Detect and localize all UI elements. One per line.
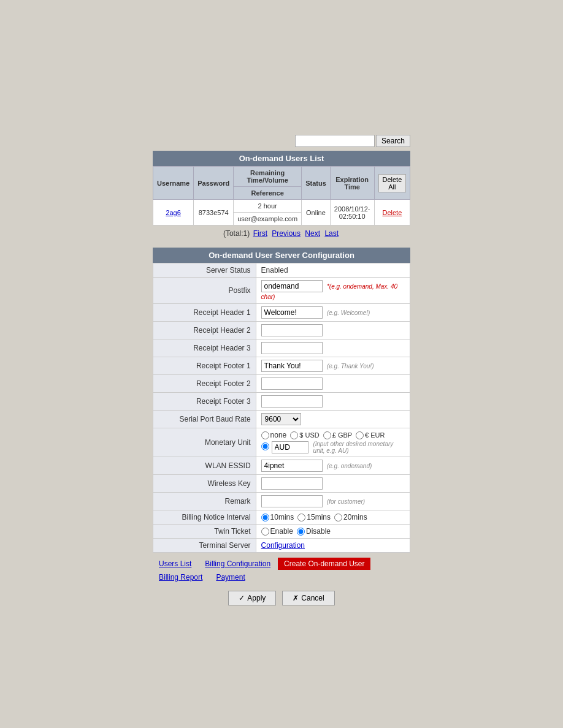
label-receipt-footer-3: Receipt Footer 3 [153, 393, 256, 411]
value-receipt-header-1: (e.g. Welcome!) [256, 304, 410, 322]
tab-users-list[interactable]: Users List [153, 558, 197, 570]
terminal-server-link[interactable]: Configuration [261, 541, 305, 550]
monetary-gbp-text: £ GBP [332, 431, 352, 439]
monetary-none-label[interactable]: none [261, 431, 287, 439]
tab-billing-config[interactable]: Billing Configuration [199, 558, 277, 570]
row-receipt-footer-3: Receipt Footer 3 [153, 393, 410, 411]
col-username: Username [153, 167, 194, 200]
monetary-aud-row: (input other desired monetary unit, e.g.… [261, 441, 405, 454]
remark-hint: (for customer) [327, 498, 365, 505]
monetary-aud-input[interactable] [272, 441, 308, 453]
monetary-usd-radio[interactable] [290, 431, 298, 439]
value-terminal-server: Configuration [256, 539, 410, 553]
remark-input[interactable] [261, 495, 323, 507]
row-terminal-server: Terminal Server Configuration [153, 539, 410, 553]
tab-billing-report[interactable]: Billing Report [153, 571, 209, 583]
receipt-footer-2-input[interactable] [261, 377, 323, 390]
cell-reference: user@example.com [234, 213, 302, 226]
value-monetary-unit: none $ USD £ GBP [256, 428, 410, 457]
monetary-gbp-label[interactable]: £ GBP [323, 431, 352, 439]
monetary-eur-radio[interactable] [356, 431, 364, 439]
monetary-gbp-radio[interactable] [323, 431, 331, 439]
value-receipt-footer-3 [256, 393, 410, 411]
label-monetary-unit: Monetary Unit [153, 428, 256, 457]
pagination-last[interactable]: Last [324, 229, 339, 238]
search-bar: Search [153, 135, 410, 147]
label-receipt-footer-2: Receipt Footer 2 [153, 375, 256, 393]
row-receipt-header-2: Receipt Header 2 [153, 322, 410, 339]
monetary-aud-radio[interactable] [261, 442, 269, 450]
receipt-header-1-input[interactable] [261, 306, 323, 319]
nav-tabs: Users List Billing Configuration Create … [153, 558, 410, 583]
billing-20min-label[interactable]: 20mins [334, 513, 367, 521]
receipt-header-2-input[interactable] [261, 324, 323, 336]
billing-15min-label[interactable]: 15mins [297, 513, 331, 521]
postfix-input[interactable] [261, 280, 323, 292]
row-baud-rate: Serial Port Baud Rate 9600 19200 38400 5… [153, 411, 410, 428]
pagination-next[interactable]: Next [305, 229, 320, 238]
twin-ticket-enable-text: Enable [270, 527, 293, 536]
label-baud-rate: Serial Port Baud Rate [153, 411, 256, 428]
receipt-header-3-input[interactable] [261, 342, 323, 354]
server-config-title: On-demand User Server Configuration [153, 248, 410, 263]
billing-interval-group: 10mins 15mins 20mins [261, 513, 405, 521]
billing-20min-radio[interactable] [334, 514, 342, 521]
twin-ticket-enable-radio[interactable] [261, 528, 269, 536]
cancel-label: Cancel [301, 594, 324, 602]
col-reference: Reference [234, 187, 302, 200]
pagination-first[interactable]: First [253, 229, 267, 238]
tab-create-ondemand-user[interactable]: Create On-demand User [278, 558, 370, 570]
pagination: (Total:1) First Previous Next Last [153, 229, 410, 238]
col-password: Password [194, 167, 234, 200]
baud-rate-select[interactable]: 9600 19200 38400 57600 115200 [261, 413, 301, 425]
wireless-key-input[interactable] [261, 477, 323, 490]
row-remark: Remark (for customer) [153, 493, 410, 510]
row-wireless-key: Wireless Key [153, 475, 410, 493]
monetary-eur-label[interactable]: € EUR [356, 431, 385, 439]
billing-15min-radio[interactable] [297, 514, 305, 521]
twin-ticket-disable-radio[interactable] [297, 528, 305, 536]
row-monetary-unit: Monetary Unit none $ USD [153, 428, 410, 457]
cell-remaining: 2 hour [234, 200, 302, 213]
search-button[interactable]: Search [376, 135, 410, 147]
billing-10min-label[interactable]: 10mins [261, 513, 294, 521]
monetary-usd-label[interactable]: $ USD [290, 431, 319, 439]
value-postfix: *(e.g. ondemand, Max. 40 char) [256, 278, 410, 304]
pagination-previous[interactable]: Previous [272, 229, 301, 238]
users-list-table: Username Password Remaining Time/Volume … [153, 166, 410, 226]
row-receipt-footer-1: Receipt Footer 1 (e.g. Thank You!) [153, 357, 410, 375]
tab-payment[interactable]: Payment [210, 571, 251, 583]
billing-10min-radio[interactable] [261, 514, 269, 521]
apply-button[interactable]: ✓ Apply [228, 591, 276, 605]
label-wlan-essid: WLAN ESSID [153, 457, 256, 475]
row-wlan-essid: WLAN ESSID (e.g. ondemand) [153, 457, 410, 475]
row-receipt-header-3: Receipt Header 3 [153, 339, 410, 357]
row-twin-ticket: Twin Ticket Enable Disable [153, 525, 410, 539]
receipt-footer-1-input[interactable] [261, 360, 323, 372]
wlan-essid-hint: (e.g. ondemand) [327, 463, 372, 469]
receipt-footer-1-hint: (e.g. Thank You!) [327, 363, 374, 370]
twin-ticket-disable-label[interactable]: Disable [297, 527, 331, 536]
page-wrapper: Search On-demand Users List Username Pas… [0, 0, 563, 728]
cell-expiration: 2008/10/12- 02:50:10 [330, 200, 374, 226]
value-wlan-essid: (e.g. ondemand) [256, 457, 410, 475]
delete-all-button[interactable]: Delete All [378, 174, 407, 192]
wlan-essid-input[interactable] [261, 460, 323, 472]
delete-link[interactable]: Delete [383, 209, 402, 216]
monetary-radio-group: none $ USD £ GBP [261, 431, 405, 439]
twin-ticket-enable-label[interactable]: Enable [261, 527, 293, 536]
col-expiration: Expiration Time [330, 167, 374, 200]
username-link[interactable]: 2ag6 [166, 209, 180, 216]
billing-20min-text: 20mins [343, 513, 367, 521]
label-postfix: Postfix [153, 278, 256, 304]
monetary-aud-label[interactable] [261, 442, 269, 452]
value-receipt-header-2 [256, 322, 410, 339]
receipt-footer-3-input[interactable] [261, 395, 323, 408]
label-receipt-header-2: Receipt Header 2 [153, 322, 256, 339]
label-receipt-header-3: Receipt Header 3 [153, 339, 256, 357]
monetary-none-radio[interactable] [261, 431, 269, 439]
cancel-button[interactable]: ✗ Cancel [282, 591, 334, 605]
search-input[interactable] [295, 135, 375, 147]
value-wireless-key [256, 475, 410, 493]
col-remaining: Remaining Time/Volume [234, 167, 302, 187]
